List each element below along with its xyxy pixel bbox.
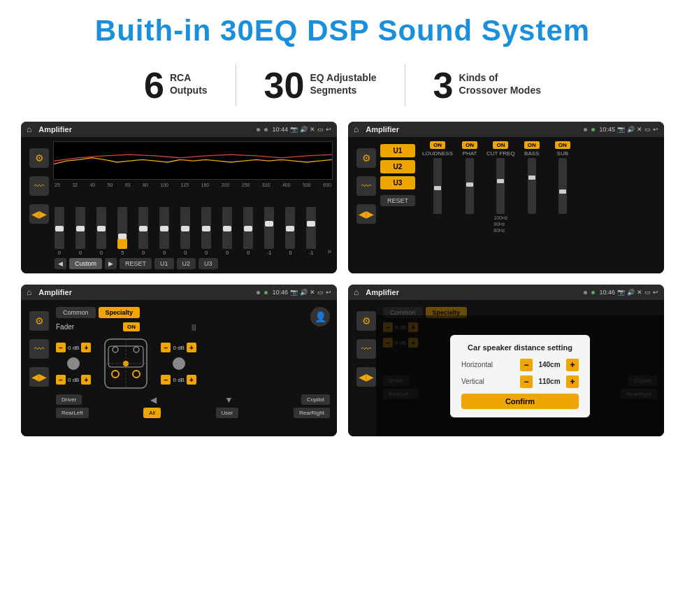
eq-slider-track-6[interactable] [180,207,190,249]
eq-slider-col-6: 0 [180,207,190,255]
fader-on-toggle[interactable]: ON [123,322,140,331]
amp-ctrl-bass: ON BASS [518,141,546,269]
dialog-vertical-label: Vertical [461,378,484,385]
amp-reset-btn[interactable]: RESET [380,195,415,206]
db-minus-fr[interactable]: − [161,343,171,352]
cutfreq-label: CUT FREQ [486,150,515,157]
amp-ctrl-loudness: ON LOUDNESS [422,141,453,269]
dialog-horizontal-plus[interactable]: + [566,359,579,371]
time-2: 10:45 [599,126,615,133]
eq-label-5: 80 [143,182,148,187]
eq-slider-track-10[interactable] [264,207,274,249]
eq-nav-next[interactable]: ▶ [105,258,117,269]
eq-sidebar-btn-3[interactable]: ◀▶ [29,204,49,224]
eq-slider-track-5[interactable] [159,207,169,249]
dialog-vertical-minus[interactable]: − [520,375,533,388]
eq-preset-reset[interactable]: RESET [120,258,152,269]
fader-sidebar-btn-3[interactable]: ◀▶ [29,367,49,387]
eq-nav-row: ◀ Custom ▶ RESET U1 U2 U3 [53,255,333,269]
eq-sidebar-btn-2[interactable]: 〰 [29,176,49,196]
eq-sidebar-btn-1[interactable]: ⚙ [29,148,49,168]
status-bar-3: ⌂ Amplifier 10:46 📷 🔊 ✕ ▭ ↩ [21,285,337,300]
cutfreq-slider[interactable] [496,158,505,214]
btn-all[interactable]: All [143,408,161,418]
db-plus-fl[interactable]: + [81,343,91,352]
eq-slider-thumb-7 [202,226,210,231]
btn-rearright[interactable]: RearRight [294,408,330,418]
fader-header: Fader ON ||| [56,322,196,331]
eq-slider-track-12[interactable] [306,207,316,249]
bass-slider[interactable] [528,158,536,214]
window-icon-2: ▭ [644,126,651,133]
sub-slider[interactable] [558,158,567,214]
amp-ctrl-cutfreq: ON CUT FREQ 100Hz 90Hz 80Hz [486,141,515,269]
btn-driver[interactable]: Driver [56,394,82,405]
eq-slider-col-9: 0 [243,207,253,255]
dialog-vertical-plus[interactable]: + [566,375,579,388]
db-val-rl: 0 dB [68,377,79,383]
db-plus-rr[interactable]: + [187,375,196,385]
status-dot-2a [584,128,587,131]
freq-label-100: 100Hz [493,215,507,220]
eq-slider-thumb-9 [244,226,252,231]
amp-sidebar-btn-2[interactable]: 〰 [356,176,376,196]
cutfreq-on-badge[interactable]: ON [493,141,508,149]
fader-sidebar-btn-2[interactable]: 〰 [29,339,49,359]
phat-slider[interactable] [466,158,474,214]
status-bar-1: ⌂ Amplifier 10:44 📷 🔊 ✕ ▭ ↩ [21,122,337,137]
bass-on-badge[interactable]: ON [524,141,540,149]
db-plus-fr[interactable]: + [187,343,196,352]
eq-slider-track-1[interactable] [75,207,85,249]
dialog-overlay: Car speaker distance setting Horizontal … [376,315,664,436]
btn-rearleft[interactable]: RearLeft [56,408,89,418]
amp-sidebar-btn-1[interactable]: ⚙ [356,148,376,168]
eq-slider-track-9[interactable] [243,207,253,249]
screen-amp: ⌂ Amplifier 10:45 📷 🔊 ✕ ▭ ↩ ⚙ 〰 ◀▶ [348,122,664,273]
eq-slider-track-2[interactable] [96,207,106,249]
dialog-sidebar-btn-3: ◀▶ [356,367,376,387]
camera-icon-2: 📷 [617,126,625,133]
eq-slider-col-0: 0 [55,207,64,255]
btn-copilot[interactable]: Copilot [301,394,330,405]
db-minus-rr[interactable]: − [161,375,171,385]
u-btn-1[interactable]: U1 [380,144,415,157]
eq-slider-track-11[interactable] [285,207,295,249]
phat-on-badge[interactable]: ON [462,141,477,149]
user-icon-btn[interactable]: 👤 [310,307,330,327]
eq-slider-col-8: 0 [222,207,232,255]
db-minus-rl[interactable]: − [56,375,66,385]
dialog-horizontal-minus[interactable]: − [520,359,533,371]
eq-slider-track-4[interactable] [138,207,148,249]
dialog-confirm-button[interactable]: Confirm [461,394,579,409]
eq-preset-u1[interactable]: U1 [154,258,174,269]
eq-preset-u2[interactable]: U2 [177,258,196,269]
db-plus-rl[interactable]: + [81,375,91,385]
tab-common[interactable]: Common [56,307,96,318]
loudness-slider[interactable] [433,158,442,214]
loudness-on-badge[interactable]: ON [430,141,445,149]
eq-preset-custom[interactable]: Custom [69,258,102,269]
db-minus-fl[interactable]: − [56,343,66,352]
eq-nav-prev[interactable]: ◀ [55,258,66,269]
eq-graph-svg [54,142,332,177]
sub-on-badge[interactable]: ON [555,141,570,149]
amp-sidebar-btn-3[interactable]: ◀▶ [356,204,376,224]
u-btn-2[interactable]: U2 [380,160,415,173]
eq-preset-u3[interactable]: U3 [199,258,218,269]
eq-slider-track-8[interactable] [222,207,232,249]
eq-slider-track-0[interactable] [55,207,64,249]
eq-label-14: 630 [323,182,331,187]
eq-slider-track-7[interactable] [201,207,211,249]
btn-user[interactable]: User [216,408,239,418]
u-btn-3[interactable]: U3 [380,176,415,189]
eq-labels: 25 32 40 50 63 80 100 125 160 200 250 32… [53,182,333,187]
db-val-fr: 0 dB [173,345,184,351]
close-icon-3: ✕ [310,289,315,296]
dialog-title: Car speaker distance setting [461,343,579,352]
sub-label: SUB [557,150,568,157]
eq-slider-track-3[interactable] [117,207,127,249]
fader-sidebar-btn-1[interactable]: ⚙ [29,311,49,331]
eq-val-1: 0 [79,250,82,255]
tab-specialty[interactable]: Specialty [99,307,140,318]
fader-main: Common Specialty Fader ON ||| [53,304,333,432]
